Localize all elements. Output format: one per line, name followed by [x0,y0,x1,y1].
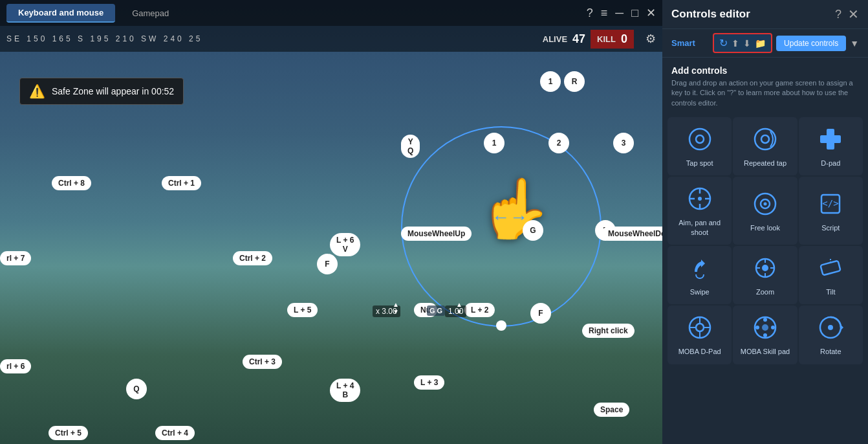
g-label: G G [427,305,445,316]
key-badge-l2: L + 2 [464,303,495,317]
repeated-tap-label: Repeated tap [744,159,787,168]
control-tap-spot[interactable]: Tap spot [667,117,732,175]
dropdown-arrow[interactable]: ▼ [850,38,859,49]
key-badge-ctrl3: Ctrl + 3 [243,355,282,369]
control-d-pad[interactable]: D-pad [799,117,863,175]
menu-icon[interactable]: ≡ [601,6,608,20]
free-look-label: Free look [750,223,780,232]
upload-icon[interactable]: ⬆ [732,38,739,49]
key-badge-l4b: L + 4 B [330,379,360,402]
svg-point-31 [696,324,704,331]
swipe-label: Swipe [690,287,710,296]
svg-point-5 [761,135,769,143]
tap-spot-icon [686,125,714,153]
top-bar-right: ? ≡ ─ □ ✕ [587,6,656,20]
game-area: Keyboard and mouse Gamepad ? ≡ ─ □ ✕ SE … [0,0,662,444]
key-badge-mwup: MouseWheelUp [401,227,472,241]
zoom-arrows-left: ▲▼ [393,301,399,315]
hud-kill: KILL 0 [591,30,634,49]
help-panel-icon[interactable]: ? [835,8,841,21]
control-rotate[interactable]: Rotate [799,305,863,364]
key-badge-l5: L + 5 [287,303,318,317]
alive-value: 47 [572,32,585,46]
key-badge-num3: 3 [613,133,634,153]
download-icon[interactable]: ⬇ [743,38,751,49]
maximize-icon[interactable]: □ [631,6,638,20]
control-tilt[interactable]: Tilt [799,246,863,304]
joystick-dot [496,320,506,331]
control-aim-pan-shoot[interactable]: Aim, pan and shoot [667,177,732,245]
script-icon: </> [816,190,845,218]
folder-icon[interactable]: 📁 [755,38,766,49]
controls-grid: Tap spot Repeated tap [662,112,868,369]
safe-zone-warning: ⚠️ Safe Zone will appear in 00:52 [19,78,184,105]
key-badge-ctrl1: Ctrl + 1 [162,176,201,190]
top-bar: Keyboard and mouse Gamepad ? ≡ ─ □ ✕ [0,0,662,26]
key-badge-l3: L + 3 [414,375,444,390]
toolbar-smart-label: Smart [671,38,695,48]
svg-point-23 [762,265,768,271]
svg-rect-10 [827,135,834,143]
warning-icon: ⚠️ [29,83,45,99]
swipe-arrows: ←→ [492,207,528,228]
svg-point-16 [698,197,702,201]
repeated-tap-icon [751,125,779,153]
control-zoom[interactable]: Zoom [733,246,797,304]
aim-pan-shoot-icon [686,184,714,213]
key-badge-yq: Y Q [401,135,420,158]
panel-title: Controls editor [671,8,750,21]
panel-close-icon[interactable]: ✕ [848,6,859,22]
control-moba-skill-pad[interactable]: MOBA Skill pad [733,305,797,364]
controls-panel: Controls editor ? ✕ Smart ↻ ⬆ ⬇ 📁 Update… [662,0,868,444]
settings-icon[interactable]: ⚙ [646,32,656,46]
key-badge-num1: 1 [484,133,505,153]
svg-point-38 [763,318,767,322]
key-badge-ctrl2: Ctrl + 2 [233,251,272,265]
hud-alive: ALIVE 47 KILL 0 ⚙ [543,30,656,49]
close-icon[interactable]: ✕ [646,6,656,20]
moba-skill-pad-label: MOBA Skill pad [741,347,790,356]
minimize-icon[interactable]: ─ [615,6,624,20]
aim-pan-shoot-label: Aim, pan and shoot [671,218,728,237]
svg-text:</>: </> [823,198,839,208]
zoom-icon [751,254,779,282]
tilt-icon [816,254,845,282]
control-script[interactable]: </> Script [799,177,863,245]
help-icon[interactable]: ? [587,6,593,20]
control-swipe[interactable]: Swipe [667,246,732,304]
svg-point-37 [762,324,768,331]
swipe-icon [686,254,714,282]
svg-point-19 [763,202,766,205]
tab-gamepad[interactable]: Gamepad [120,5,180,22]
key-badge-ctrl8: Ctrl + 8 [52,176,91,190]
script-label: Script [821,223,840,232]
hud-bar: SE 150 165 S 195 210 SW 240 25 ALIVE 47 … [0,26,662,52]
add-controls-title: Add controls [671,65,859,76]
d-pad-icon [816,125,845,153]
key-badge-g: G [523,220,543,241]
refresh-icon[interactable]: ↻ [719,37,728,49]
key-badge-ctrl4: Ctrl + 4 [155,426,195,440]
control-repeated-tap[interactable]: Repeated tap [733,117,797,175]
update-controls-btn[interactable]: Update controls [776,36,846,51]
key-badge-rightclick: Right click [582,324,635,338]
svg-point-40 [755,326,759,329]
compass: SE 150 165 S 195 210 SW 240 25 [6,34,202,43]
svg-point-3 [696,135,704,143]
key-badge-f3: F [530,303,551,324]
key-badge-num2: 2 [548,133,569,153]
svg-point-41 [771,326,775,329]
d-pad-label: D-pad [821,159,840,168]
tab-keyboard[interactable]: Keyboard and mouse [6,4,115,23]
safe-zone-text: Safe Zone will appear in 00:52 [52,86,174,96]
rotate-label: Rotate [820,347,841,356]
panel-header-icons: ? ✕ [835,6,859,22]
free-look-icon [751,190,779,218]
panel-header: Controls editor ? ✕ [662,0,868,29]
svg-point-39 [763,333,767,337]
control-moba-d-pad[interactable]: MOBA D-Pad [667,305,732,364]
control-free-look[interactable]: Free look [733,177,797,245]
key-badge-ctrl7: rl + 7 [0,251,31,265]
moba-skill-pad-icon [751,313,779,342]
key-badge-ctrl6: rl + 6 [0,359,31,373]
